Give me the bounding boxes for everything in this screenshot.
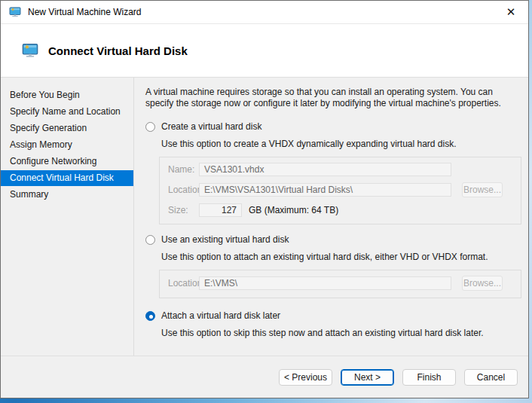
vm-monitor-icon [22, 42, 38, 59]
wizard-button-bar: < Previous Next > Finish Cancel [1, 356, 528, 398]
new-virtual-machine-wizard-dialog: New Virtual Machine Wizard ✕ Connect Vir… [0, 0, 529, 398]
radio-label: Use an existing virtual hard disk [161, 234, 289, 245]
wizard-page-content: A virtual machine requires storage so th… [134, 78, 529, 356]
existing-disk-groupbox: Location: E:\VMS\ Browse... [159, 270, 521, 298]
size-row: Size: 127 GB (Maximum: 64 TB) [168, 203, 513, 217]
option-description: Use this option to create a VHDX dynamic… [161, 139, 521, 149]
location-row: Location: E:\VMS\ Browse... [168, 276, 513, 291]
sidebar-item-configure-networking[interactable]: Configure Networking [1, 154, 133, 169]
next-button[interactable]: Next > [341, 369, 394, 386]
page-title: Connect Virtual Hard Disk [48, 44, 188, 57]
location-label: Location: [168, 278, 199, 289]
sidebar-item-connect-virtual-hard-disk[interactable]: Connect Virtual Hard Disk [1, 170, 133, 186]
window-title: New Virtual Machine Wizard [28, 7, 494, 17]
radio-use-existing-virtual-hard-disk[interactable]: Use an existing virtual hard disk [145, 234, 521, 245]
location-label: Location: [168, 185, 199, 195]
radio-checked-icon[interactable] [145, 311, 155, 321]
sidebar-item-specify-name-and-location[interactable]: Specify Name and Location [1, 104, 133, 120]
radio-unchecked-icon[interactable] [145, 235, 155, 245]
size-label: Size: [168, 205, 199, 215]
radio-label: Attach a virtual hard disk later [161, 310, 280, 321]
wizard-page-header: Connect Virtual Hard Disk [1, 24, 528, 78]
radio-unchecked-icon[interactable] [145, 122, 155, 132]
browse-button: Browse... [462, 276, 503, 291]
location-row: Location: E:\VMS\VSA1301\Virtual Hard Di… [168, 182, 513, 197]
name-field: VSA1301.vhdx [199, 163, 451, 176]
location-field: E:\VMS\VSA1301\Virtual Hard Disks\ [199, 183, 451, 197]
option-description: Use this option to attach an existing vi… [161, 252, 521, 262]
sidebar-item-specify-generation[interactable]: Specify Generation [1, 121, 133, 136]
location-field: E:\VMS\ [199, 276, 451, 290]
close-icon[interactable]: ✕ [494, 1, 528, 23]
size-field: 127 [199, 203, 242, 217]
radio-create-virtual-hard-disk[interactable]: Create a virtual hard disk [145, 121, 521, 132]
browse-button: Browse... [462, 182, 503, 197]
cancel-button[interactable]: Cancel [464, 369, 518, 386]
previous-button[interactable]: < Previous [279, 369, 332, 386]
vm-monitor-icon [9, 6, 21, 18]
name-label: Name: [168, 164, 199, 175]
option-description: Use this option to skip this step now an… [161, 328, 521, 338]
radio-label: Create a virtual hard disk [161, 121, 261, 132]
create-disk-groupbox: Name: VSA1301.vhdx Location: E:\VMS\VSA1… [159, 157, 521, 224]
size-suffix-text: GB (Maximum: 64 TB) [249, 205, 338, 215]
finish-button[interactable]: Finish [402, 369, 456, 386]
radio-attach-virtual-hard-disk-later[interactable]: Attach a virtual hard disk later [145, 310, 521, 321]
title-bar: New Virtual Machine Wizard ✕ [1, 1, 528, 24]
wizard-steps-sidebar: Before You Begin Specify Name and Locati… [1, 78, 134, 356]
sidebar-item-before-you-begin[interactable]: Before You Begin [1, 87, 133, 103]
name-row: Name: VSA1301.vhdx [168, 163, 513, 176]
sidebar-item-assign-memory[interactable]: Assign Memory [1, 137, 133, 153]
intro-text: A virtual machine requires storage so th… [145, 87, 516, 109]
sidebar-item-summary[interactable]: Summary [1, 187, 133, 203]
